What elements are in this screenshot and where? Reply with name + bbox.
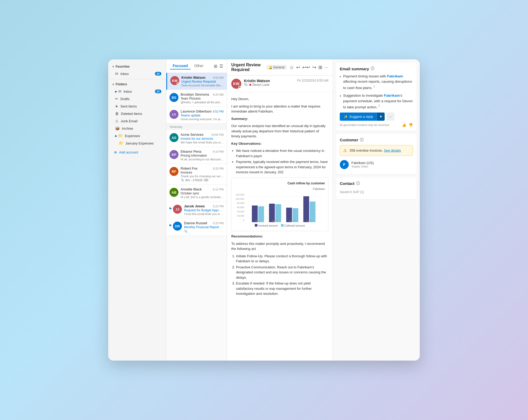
sparkle-icon: ✨ xyxy=(343,115,348,119)
see-details-link[interactable]: See details xyxy=(384,148,401,152)
email-item-annette[interactable]: AB Annette Black 6:12 PM October sync Hi… xyxy=(166,185,227,202)
expand-arrow-jacob: ▶ xyxy=(169,206,172,210)
svg-text:11/23: 11/23 xyxy=(289,220,295,222)
email-item-brooklyn[interactable]: BS Brooklyn Simmons 8:25 AM Team Picture… xyxy=(166,90,227,107)
chart-title: Cash inflow by customer xyxy=(235,181,325,186)
sidebar-item-junk[interactable]: ⚠ Junk Email xyxy=(109,118,165,124)
key-obs-label: Key Observations: xyxy=(231,142,262,146)
chart-legend: Invoiced amount Collected amount xyxy=(235,224,325,228)
folders-section[interactable]: ▼ Folders xyxy=(108,81,166,88)
chart-svg: 9/23 10/23 11/23 12/23 xyxy=(245,193,325,222)
table-icon[interactable]: ⊞ xyxy=(318,64,322,70)
email-item-eleanor[interactable]: EP Eleanor Pena 9:14 PM Pricing Informat… xyxy=(166,147,227,164)
meta-date: Fri 2/23/2024 9:55 AM xyxy=(297,79,328,82)
avatar-laurence: LG xyxy=(169,110,178,119)
overdue-box: ⚠ 358 overdue invoices. See details xyxy=(340,145,413,156)
avatar-annette: AB xyxy=(169,188,178,197)
suggest-more-button[interactable]: ··· xyxy=(386,113,394,121)
sidebar-item-expenses[interactable]: ▶ 📁 Expenses xyxy=(109,132,165,139)
inbox-icon: ✉ xyxy=(115,72,118,76)
chart-container: Cash inflow by customer Fabrikam 0 20,00… xyxy=(231,178,328,231)
summary-text: Our variance analysis has identified an … xyxy=(231,123,328,139)
email-item-jacob[interactable]: ▶ JJ Jacob Jones 5:23 PM Request for Bud… xyxy=(166,202,227,218)
sidebar-item-inbox-favorites[interactable]: ✉ Inbox 23 xyxy=(109,70,165,77)
tab-focused[interactable]: Focused xyxy=(170,63,191,69)
reply-icon[interactable]: ↩ xyxy=(296,64,300,70)
chart-y-axis: 0 20,000 40,000 60,000 80,000 100,000 12… xyxy=(235,193,244,222)
junk-icon: ⚠ xyxy=(115,119,119,123)
add-icon: ⊕ xyxy=(114,150,117,154)
emoji-icon[interactable]: ☺ xyxy=(289,65,294,70)
drafts-icon: ✏ xyxy=(115,97,118,101)
avatar-brooklyn: BS xyxy=(169,93,178,102)
add-account-button[interactable]: ⊕ Add account xyxy=(108,149,166,156)
email-content-kristin: Kristin Watson 9:55 AM Urgent Review Req… xyxy=(181,76,224,87)
email-item-kristin[interactable]: KW Kristin Watson 9:55 AM Urgent Review … xyxy=(166,73,227,90)
summary-info-icon[interactable]: ⓘ xyxy=(371,66,374,71)
thumbs-up-icon[interactable]: 👍 xyxy=(402,123,406,127)
contact-info-icon[interactable]: ⓘ xyxy=(356,181,360,186)
company-sub: Supply chain xyxy=(351,165,374,168)
more-icon[interactable]: ··· xyxy=(324,65,328,70)
tab-other[interactable]: Other xyxy=(192,63,206,69)
date-separator-yesterday: Yesterday xyxy=(166,124,227,130)
reply-all-icon[interactable]: ↩↩ xyxy=(302,64,310,70)
inbox-folder-icon: ✉ xyxy=(118,89,121,94)
contact-section: Contact ⓘ Saved in SAP (1) xyxy=(336,178,417,199)
expand-arrow-dianne: ▶ xyxy=(169,223,172,227)
suggest-reply-button[interactable]: ✨ Suggest a reply xyxy=(340,113,377,121)
contact-title: Contact ⓘ xyxy=(340,181,413,186)
sidebar-item-inbox[interactable]: ▶ ✉ Inbox 23 xyxy=(109,88,165,95)
email-tag[interactable]: 🔔 General xyxy=(266,65,287,70)
suggest-dropdown-button[interactable]: ▼ xyxy=(377,113,385,121)
email-summary-title: Email summary ⓘ xyxy=(340,66,413,71)
summary-point-1: • Payment timing issues with Fabrikam af… xyxy=(340,74,413,90)
email-item-dianne[interactable]: ▶ DR Dianne Russell 5:20 PM Monthly Fina… xyxy=(166,218,227,236)
obs2: Payments, typically received within the … xyxy=(236,159,328,175)
customer-info-icon[interactable]: ⓘ xyxy=(360,138,364,142)
svg-text:12/23: 12/23 xyxy=(306,220,312,222)
rec1: Initiate Follow-Up. Please conduct a tho… xyxy=(236,254,328,264)
email-body: Hey Devon, I am writing to bring to your… xyxy=(227,92,333,361)
email-list-header: Focused Other ⊞ ☰ xyxy=(166,59,227,73)
email-summary-section: Email summary ⓘ • Payment timing issues … xyxy=(336,63,417,131)
email-view: Urgent Review Required 🔔 General ☺ ↩ ↩↩ … xyxy=(227,59,333,361)
sidebar-item-january-expenses[interactable]: 📁 January Expenses xyxy=(109,140,165,147)
forward-icon[interactable]: ↪ xyxy=(312,64,316,70)
thumbs-down-icon[interactable]: 👎 xyxy=(408,123,413,127)
attachment-icon-2: 📎 xyxy=(184,230,188,233)
email-item-acme[interactable]: AS Acme Services 10:55 PM Invoice for ou… xyxy=(166,130,227,147)
right-panel: Email summary ⓘ • Payment timing issues … xyxy=(333,59,420,361)
meta-avatar: KW xyxy=(231,79,241,89)
rec-label: Recommendations: xyxy=(231,234,263,238)
svg-rect-14 xyxy=(310,202,315,222)
meta-from: Kristin Watson xyxy=(244,79,297,83)
customer-section: Customer ⓘ ⚠ 358 overdue invoices. See d… xyxy=(336,134,417,174)
email-item-laurence[interactable]: LG Laurence Gilbertson 6:52 PM Teams upd… xyxy=(166,107,227,124)
email-header: Urgent Review Required 🔔 General ☺ ↩ ↩↩ … xyxy=(227,59,333,76)
subfolder-icon: 📁 xyxy=(119,141,123,145)
trash-icon: 🗑 xyxy=(115,111,119,116)
sidebar-item-sent[interactable]: ➤ Sent Items xyxy=(109,103,165,110)
sidebar-item-drafts[interactable]: ✏ Drafts xyxy=(109,95,165,102)
favorites-section[interactable]: ▼ Favorites xyxy=(108,63,166,70)
avatar-jacob: JJ xyxy=(173,205,182,214)
folder-icon: 📁 xyxy=(118,134,123,138)
sidebar-item-deleted[interactable]: 🗑 Deleted Items xyxy=(109,110,165,117)
suggest-row: ✨ Suggest a reply ▼ ··· xyxy=(340,113,413,121)
svg-rect-13 xyxy=(303,196,309,222)
body-intro: I am writing to bring to your attention … xyxy=(231,104,328,114)
chart-subtitle: Fabrikam xyxy=(235,187,325,191)
avatar-eleanor: EP xyxy=(169,150,178,159)
company-avatar: F xyxy=(340,160,349,169)
avatar-acme: AS xyxy=(169,133,178,142)
contact-saved: Saved in SAP (1) xyxy=(340,189,413,195)
sidebar-item-archive[interactable]: 📦 Archive xyxy=(109,125,165,132)
sort-icon[interactable]: ☰ xyxy=(219,64,223,69)
email-meta: KW Kristin Watson To: Devon Lane Fri 2/2… xyxy=(227,76,333,92)
email-list: Focused Other ⊞ ☰ KW Kristin Watson 9:55… xyxy=(166,59,227,361)
email-item-robert[interactable]: RF Robert Fox 8:25 PM Invoices Thank you… xyxy=(166,164,227,185)
rec2: Proactive Communication. Reach out to Fa… xyxy=(236,265,328,280)
sent-icon: ➤ xyxy=(115,104,118,108)
filter-icon[interactable]: ⊞ xyxy=(214,64,217,69)
